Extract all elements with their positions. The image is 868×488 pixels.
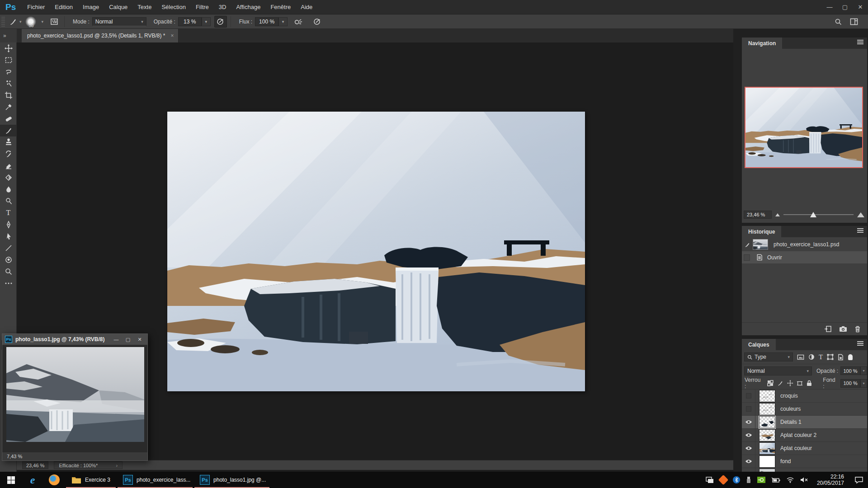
display-tray-icon[interactable] — [706, 477, 714, 483]
brush-preset-chevron[interactable]: ▾ — [19, 19, 22, 24]
filter-smart-objects-icon[interactable] — [838, 354, 844, 361]
menu-item-image[interactable]: Image — [78, 0, 104, 14]
healing-brush-tool[interactable] — [0, 113, 17, 125]
wifi-tray-icon[interactable] — [786, 477, 794, 483]
layer-row[interactable]: Aplat couleur — [742, 442, 867, 455]
float-maximize-button[interactable]: ▢ — [122, 335, 134, 343]
filter-shape-layers-icon[interactable] — [827, 354, 834, 360]
history-brush-tool[interactable] — [0, 148, 17, 160]
document-tab[interactable]: photo_exercice_lasso1.psd @ 23,5% (Detai… — [22, 29, 179, 42]
layer-row[interactable]: fond — [742, 455, 867, 468]
layer-thumbnail[interactable] — [759, 455, 775, 468]
zoom-in-icon[interactable] — [857, 212, 864, 217]
eyedropper-tool[interactable] — [0, 101, 17, 113]
start-button[interactable] — [0, 472, 22, 488]
brush-tool-preset-icon[interactable] — [7, 16, 19, 28]
lock-artboard-icon[interactable] — [797, 380, 803, 386]
bluetooth-tray-icon[interactable] — [733, 476, 740, 483]
layer-row[interactable]: Details 1 — [742, 416, 867, 429]
brush-tool[interactable] — [0, 125, 17, 136]
flow-chevron[interactable]: ▾ — [278, 17, 288, 26]
filter-toggle-switch[interactable] — [848, 354, 853, 360]
navigator-zoom-value[interactable]: 23,46 % — [744, 211, 772, 219]
layer-visibility-toggle[interactable] — [742, 455, 755, 468]
zoom-slider[interactable] — [783, 214, 854, 215]
layer-thumbnail[interactable] — [759, 390, 775, 402]
menu-item-edition[interactable]: Edition — [50, 0, 78, 14]
navigator-proxy-view[interactable] — [745, 87, 863, 168]
zoom-slider-thumb[interactable] — [810, 212, 816, 217]
dodge-tool[interactable] — [0, 195, 17, 207]
type-tool[interactable]: T — [0, 207, 17, 219]
layer-fill-chevron[interactable]: ▾ — [860, 379, 867, 388]
minimize-button[interactable]: — — [822, 1, 837, 14]
status-zoom-field[interactable]: 23,46 % — [22, 461, 48, 469]
usb-tray-icon[interactable] — [746, 476, 751, 483]
opacity-chevron[interactable]: ▾ — [202, 17, 211, 26]
zoom-out-icon[interactable] — [775, 213, 780, 216]
lock-all-icon[interactable] — [807, 380, 812, 386]
close-button[interactable]: ✕ — [853, 1, 868, 14]
menu-item-calque[interactable]: Calque — [104, 0, 132, 14]
pen-tool[interactable] — [0, 219, 17, 230]
menu-item-filtre[interactable]: Filtre — [191, 0, 214, 14]
status-efficiency[interactable]: Efficacité : 100%* › — [54, 461, 123, 469]
firefox-button[interactable] — [43, 472, 65, 488]
layer-filter-select[interactable]: Type ▾ — [744, 352, 793, 361]
gradient-tool[interactable] — [0, 172, 17, 183]
toolbar-collapse-button[interactable]: » — [0, 29, 17, 42]
lock-pixels-brush-icon[interactable] — [777, 380, 783, 386]
search-icon[interactable] — [835, 18, 842, 25]
layer-row[interactable]: couleurs — [742, 403, 867, 416]
maximize-button[interactable]: ▢ — [837, 1, 853, 14]
menu-item-fenetre[interactable]: Fenêtre — [265, 0, 296, 14]
marquee-tool[interactable] — [0, 54, 17, 66]
status-chevron-icon[interactable]: › — [116, 463, 118, 468]
layer-visibility-toggle[interactable] — [742, 389, 755, 403]
layer-visibility-toggle[interactable] — [742, 442, 755, 455]
new-document-from-state-icon[interactable] — [824, 325, 832, 333]
float-minimize-button[interactable]: — — [110, 335, 122, 343]
layer-row[interactable]: Aplat couleur 2 — [742, 429, 867, 442]
crop-tool[interactable] — [0, 89, 17, 101]
layer-visibility-toggle[interactable] — [742, 429, 755, 442]
taskbar-app-photoshop-1[interactable]: Psphoto_exercice_lass... — [117, 472, 193, 488]
history-step-row[interactable]: Ouvrir — [742, 251, 867, 263]
move-tool[interactable] — [0, 42, 17, 54]
history-snapshot-row[interactable]: photo_exercice_lasso1.psd — [742, 237, 867, 251]
layer-opacity-chevron[interactable]: ▾ — [860, 366, 867, 375]
document-canvas[interactable] — [167, 112, 585, 391]
filter-adjustment-layers-icon[interactable] — [808, 354, 815, 360]
rotate-view-tool[interactable] — [0, 254, 17, 266]
new-snapshot-camera-icon[interactable] — [839, 326, 847, 332]
floating-document-window[interactable]: Ps photo_lasso1.jpg @ 7,43% (RVB/8) — ▢ … — [2, 333, 148, 461]
floating-window-titlebar[interactable]: Ps photo_lasso1.jpg @ 7,43% (RVB/8) — ▢ … — [2, 334, 147, 345]
trash-icon[interactable] — [854, 325, 861, 333]
filter-type-layers-icon[interactable]: T — [819, 353, 823, 361]
path-selection-tool[interactable] — [0, 230, 17, 242]
line-tool[interactable] — [0, 242, 17, 254]
layer-thumbnail[interactable] — [759, 416, 775, 428]
airbrush-toggle[interactable] — [292, 16, 305, 28]
pressure-opacity-toggle[interactable] — [214, 16, 227, 28]
lock-transparency-icon[interactable] — [767, 380, 774, 386]
menu-item-aide[interactable]: Aide — [296, 0, 317, 14]
pressure-size-toggle[interactable] — [311, 16, 324, 28]
layers-tab[interactable]: Calques — [742, 339, 776, 350]
brush-picker-chevron[interactable]: ▾ — [42, 19, 44, 24]
battery-tray-icon[interactable] — [771, 477, 780, 483]
menu-item-texte[interactable]: Texte — [132, 0, 156, 14]
layer-fill-value[interactable]: 100 % — [840, 379, 860, 388]
tab-close-icon[interactable]: × — [170, 33, 174, 39]
options-bar-grip[interactable] — [1, 17, 5, 27]
taskbar-app-explorer-0[interactable]: Exercice 3 — [65, 472, 117, 488]
filter-pixel-layers-icon[interactable] — [797, 354, 804, 360]
layer-visibility-toggle[interactable] — [742, 416, 755, 429]
layer-row[interactable]: croquis — [742, 389, 867, 403]
workspace-switcher-icon[interactable] — [850, 18, 858, 25]
layer-opacity-value[interactable]: 100 % — [840, 366, 860, 375]
taskbar-clock[interactable]: 22:16 20/05/2017 — [817, 474, 844, 486]
layer-thumbnail[interactable] — [759, 429, 775, 441]
flow-input[interactable]: 100 % — [255, 17, 278, 26]
zoom-tool[interactable] — [0, 266, 17, 277]
